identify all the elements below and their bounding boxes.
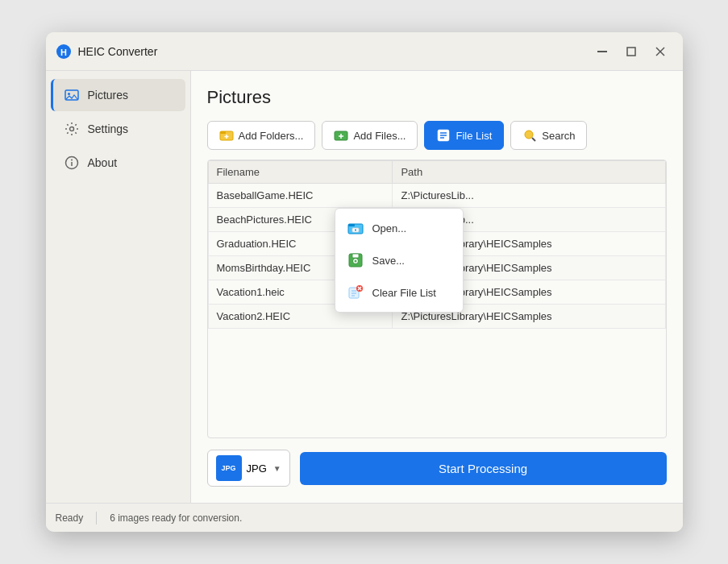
dropdown-save-label: Save... (372, 255, 405, 267)
statusbar-message: 6 images ready for conversion. (110, 512, 242, 524)
sidebar-pictures-label: Pictures (88, 89, 129, 102)
search-label: Search (542, 130, 575, 142)
save-icon (347, 251, 364, 269)
bottom-bar: JPG JPG ▼ Start Processing (207, 450, 667, 487)
dropdown-open-label: Open... (372, 222, 407, 234)
col-filename: Filename (208, 161, 393, 184)
file-list-label: File List (456, 130, 492, 142)
file-list-button[interactable]: File List (424, 121, 504, 150)
format-selector[interactable]: JPG JPG ▼ (207, 450, 290, 487)
svg-line-24 (532, 138, 535, 141)
maximize-button[interactable] (618, 39, 644, 64)
col-path: Path (393, 161, 665, 184)
page-title: Pictures (207, 87, 667, 108)
window-controls (589, 39, 673, 64)
svg-point-23 (525, 131, 533, 139)
statusbar: Ready 6 images ready for conversion. (46, 503, 683, 532)
svg-rect-2 (597, 51, 607, 52)
sidebar-settings-label: Settings (88, 122, 129, 135)
svg-rect-33 (352, 254, 359, 258)
svg-rect-3 (627, 48, 635, 56)
sidebar-about-label: About (88, 156, 118, 169)
file-list-dropdown: Open... Save... (335, 208, 464, 313)
app-icon: H (56, 44, 72, 60)
status-label: Ready (56, 512, 84, 524)
svg-point-32 (354, 260, 356, 263)
cell-filename: BaseballGame.HEIC (208, 184, 393, 208)
sidebar-item-pictures[interactable]: Pictures (51, 79, 185, 111)
add-files-button[interactable]: Add Files... (322, 121, 418, 150)
dropdown-save[interactable]: Save... (335, 244, 463, 276)
about-icon (64, 155, 80, 171)
settings-icon (64, 121, 80, 137)
clear-icon (347, 284, 364, 301)
toolbar: Add Folders... Add Files... (207, 121, 667, 150)
format-label: JPG (247, 462, 267, 475)
dropdown-open[interactable]: Open... (335, 212, 463, 244)
svg-rect-26 (348, 224, 355, 226)
search-icon (522, 128, 537, 143)
format-dropdown-icon: ▼ (273, 464, 281, 473)
search-button[interactable]: Search (510, 121, 587, 150)
file-list-icon (436, 128, 451, 143)
minimize-button[interactable] (589, 39, 615, 64)
open-icon (347, 219, 364, 237)
table-row[interactable]: BaseballGame.HEIC Z:\PicturesLib... (208, 184, 665, 208)
svg-point-7 (68, 93, 70, 95)
titlebar: H HEIC Converter (46, 32, 683, 71)
svg-rect-13 (220, 131, 226, 134)
cell-path: Z:\PicturesLib... (393, 184, 665, 208)
add-folders-label: Add Folders... (239, 130, 304, 142)
svg-text:H: H (60, 48, 67, 57)
add-files-label: Add Files... (353, 130, 406, 142)
sidebar-item-settings[interactable]: Settings (51, 113, 185, 145)
sidebar-item-about[interactable]: About (51, 147, 185, 179)
start-processing-button[interactable]: Start Processing (300, 452, 667, 485)
app-title: HEIC Converter (78, 45, 589, 58)
add-files-icon (334, 128, 348, 143)
add-folders-icon (219, 128, 234, 143)
format-icon: JPG (216, 455, 242, 481)
main-window: H HEIC Converter (46, 32, 683, 532)
close-button[interactable] (647, 39, 673, 64)
statusbar-divider (96, 512, 97, 525)
dropdown-clear-label: Clear File List (372, 287, 436, 299)
dropdown-clear[interactable]: Clear File List (335, 276, 463, 309)
svg-point-11 (71, 160, 73, 161)
svg-point-8 (69, 127, 73, 131)
pictures-icon (64, 87, 80, 103)
add-folders-button[interactable]: Add Folders... (207, 121, 316, 150)
sidebar: Pictures Settings (46, 71, 191, 503)
